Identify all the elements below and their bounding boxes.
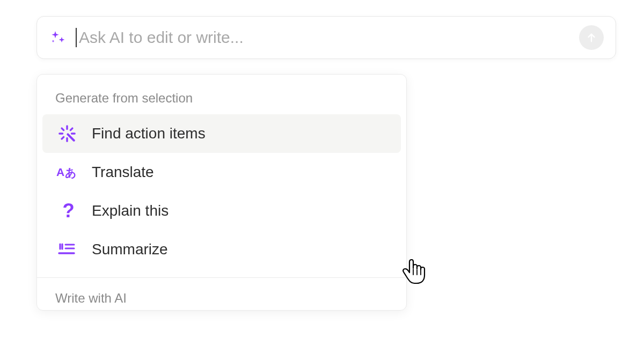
menu-item-translate[interactable]: A あ Translate — [37, 153, 406, 192]
section-header-write: Write with AI — [37, 278, 406, 310]
magic-wand-icon — [55, 124, 79, 143]
menu-item-summarize[interactable]: Summarize — [37, 230, 406, 269]
menu-item-find-action-items[interactable]: Find action items — [42, 114, 401, 153]
svg-line-4 — [62, 128, 64, 130]
svg-line-5 — [70, 128, 72, 130]
menu-item-explain-this[interactable]: ? Explain this — [37, 192, 406, 230]
translate-icon: A あ — [55, 163, 79, 182]
summarize-icon — [55, 240, 79, 259]
section-header-generate: Generate from selection — [37, 91, 406, 114]
sparkle-icon — [49, 29, 66, 46]
menu-item-label: Translate — [92, 164, 154, 181]
text-cursor — [76, 28, 77, 47]
menu-item-label: Find action items — [92, 125, 206, 142]
svg-text:あ: あ — [65, 166, 77, 179]
arrow-up-icon — [586, 32, 597, 43]
svg-text:?: ? — [63, 202, 75, 220]
ai-input-bar[interactable]: Ask AI to edit or write... — [36, 16, 616, 59]
menu-item-label: Explain this — [92, 202, 169, 219]
question-icon: ? — [55, 201, 79, 221]
svg-line-6 — [62, 137, 64, 139]
svg-line-7 — [68, 134, 74, 140]
ai-dropdown-menu: Generate from selection Find action item… — [36, 74, 407, 311]
ai-input-wrapper[interactable]: Ask AI to edit or write... — [76, 28, 579, 47]
submit-button[interactable] — [579, 25, 604, 50]
ai-input-placeholder: Ask AI to edit or write... — [79, 28, 244, 47]
svg-text:A: A — [56, 166, 64, 178]
menu-item-label: Summarize — [92, 241, 168, 258]
